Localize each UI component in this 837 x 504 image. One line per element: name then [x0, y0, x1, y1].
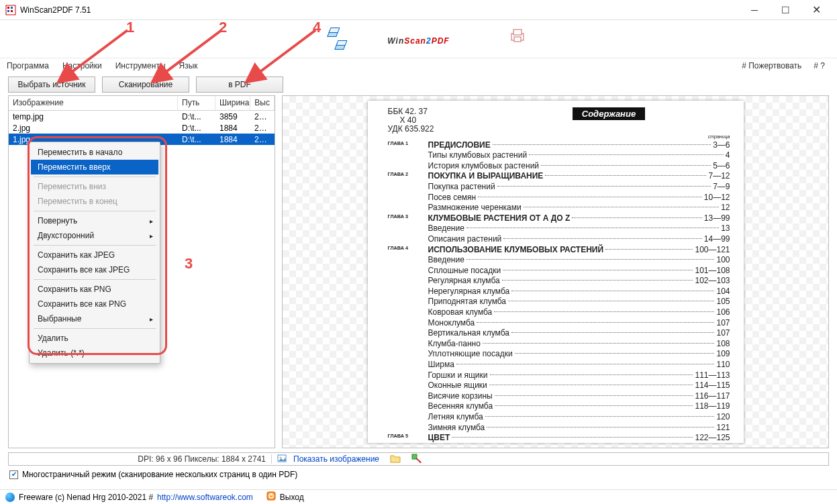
cm-duplex[interactable]: Двухсторонний▸	[31, 228, 158, 243]
table-body: temp.jpgD:\t...385927412.jpgD:\t...18842…	[9, 111, 275, 145]
folder-icon[interactable]	[390, 454, 401, 465]
menu-tools[interactable]: Инструменты	[113, 60, 168, 72]
context-menu: Переместить в начало Переместить вверх П…	[29, 142, 160, 364]
col-image[interactable]: Изображение	[9, 96, 178, 110]
close-button[interactable]: ✕	[801, 0, 832, 20]
maximize-button[interactable]: ☐	[770, 0, 801, 20]
menubar: Программа Настройки Инструменты Язык # П…	[0, 58, 837, 72]
cm-save-jpeg[interactable]: Сохранить как JPEG	[31, 248, 158, 262]
cm-separator	[34, 279, 156, 280]
image-list-pane: Изображение Путь Ширина Выс temp.jpgD:\t…	[8, 95, 275, 448]
col-width[interactable]: Ширина	[215, 96, 250, 110]
multipage-checkbox[interactable]	[9, 470, 18, 479]
cm-move-bottom: Переместить в конец	[31, 194, 158, 209]
app-icon	[5, 5, 16, 15]
window-title: WinScan2PDF 7.51	[20, 5, 739, 15]
menu-settings[interactable]: Настройки	[60, 60, 105, 72]
workspace: Изображение Путь Ширина Выс temp.jpgD:\t…	[0, 95, 837, 451]
col-height[interactable]: Выс	[250, 96, 275, 110]
svg-rect-6	[513, 30, 522, 35]
tool-icon[interactable]	[411, 454, 422, 465]
col-path[interactable]: Путь	[178, 96, 215, 110]
cm-separator	[34, 328, 156, 329]
multipage-label: Многостраничный режим (сканирование неск…	[22, 470, 297, 479]
scan-button[interactable]: Сканирование	[102, 77, 189, 93]
cm-separator	[34, 245, 156, 246]
footer: Freeware (c) Nenad Hrg 2010-2021 # http:…	[0, 489, 837, 504]
cm-save-all-jpeg[interactable]: Сохранить все как JPEG	[31, 262, 158, 277]
toolbar: Выбрать источник Сканирование в PDF	[0, 72, 837, 95]
svg-rect-7	[514, 37, 521, 42]
bbk-block: ББК 42. 37 Х 40 УДК 635.922	[388, 107, 434, 134]
cm-save-all-png[interactable]: Сохранить все как PNG	[31, 297, 158, 311]
cm-selected[interactable]: Выбранные▸	[31, 311, 158, 326]
svg-rect-2	[11, 7, 13, 9]
minimize-button[interactable]: ─	[739, 0, 770, 20]
to-pdf-button[interactable]: в PDF	[196, 77, 283, 93]
cm-separator	[34, 211, 156, 211]
footer-text: Freeware (c) Nenad Hrg 2010-2021 #	[19, 493, 153, 502]
table-header: Изображение Путь Ширина Выс	[9, 96, 275, 111]
cm-separator	[34, 177, 156, 177]
table-row[interactable]: 2.jpgD:\t...18842741	[9, 122, 275, 134]
logout-label[interactable]: Выход	[280, 493, 304, 502]
table-row[interactable]: temp.jpgD:\t...38592741	[9, 111, 275, 122]
svg-rect-10	[412, 454, 417, 459]
status-bar: DPI: 96 x 96 Пикселы: 1884 x 2741 Показа…	[8, 452, 829, 466]
scanner-icon	[328, 28, 340, 37]
preview-title: Содержание	[573, 107, 645, 120]
svg-rect-1	[7, 7, 9, 9]
preview-pane[interactable]: ББК 42. 37 Х 40 УДК 635.922 Содержание с…	[282, 95, 829, 448]
cm-move-down: Переместить вниз	[31, 179, 158, 194]
app-logo-text: WinScan2PDF	[387, 30, 449, 48]
menu-help[interactable]: # ?	[811, 60, 828, 72]
svg-rect-3	[7, 10, 9, 12]
menu-language[interactable]: Язык	[177, 60, 201, 72]
show-image-link[interactable]: Показать изображение	[293, 454, 379, 464]
cm-move-up[interactable]: Переместить вверх	[31, 160, 158, 174]
footer-url[interactable]: http://www.softwareok.com	[157, 493, 253, 502]
preview-icon[interactable]	[277, 454, 288, 465]
window-buttons: ─ ☐ ✕	[739, 0, 832, 20]
printer-icon	[510, 36, 528, 45]
multipage-row: Многостраничный режим (сканирование неск…	[0, 466, 837, 483]
globe-icon	[5, 493, 15, 502]
submenu-arrow-icon: ▸	[150, 217, 153, 225]
cm-save-png[interactable]: Сохранить как PNG	[31, 282, 158, 297]
logout-icon[interactable]	[266, 491, 276, 503]
submenu-arrow-icon: ▸	[150, 315, 153, 323]
cm-move-top[interactable]: Переместить в начало	[31, 145, 158, 160]
preview-page: ББК 42. 37 Х 40 УДК 635.922 Содержание с…	[368, 101, 744, 443]
select-source-button[interactable]: Выбрать источник	[8, 77, 95, 93]
status-dpi: DPI: 96 x 96 Пикселы: 1884 x 2741	[13, 454, 272, 464]
menu-program[interactable]: Программа	[4, 60, 52, 72]
submenu-arrow-icon: ▸	[150, 232, 153, 240]
scanner-icon	[336, 40, 348, 50]
page-label: страница	[388, 134, 730, 139]
menu-donate[interactable]: # Пожертвовать	[739, 60, 804, 72]
app-header: WinScan2PDF	[0, 20, 837, 58]
svg-rect-4	[11, 10, 13, 12]
cm-delete-all[interactable]: Удалить (*.*)	[31, 346, 158, 360]
cm-delete[interactable]: Удалить	[31, 331, 158, 346]
toc: ГЛАВА 1ПРЕДИСЛОВИЕ3—6Типы клумбовых раст…	[388, 140, 730, 443]
titlebar: WinScan2PDF 7.51 ─ ☐ ✕	[0, 0, 837, 20]
cm-rotate[interactable]: Повернуть▸	[31, 213, 158, 228]
